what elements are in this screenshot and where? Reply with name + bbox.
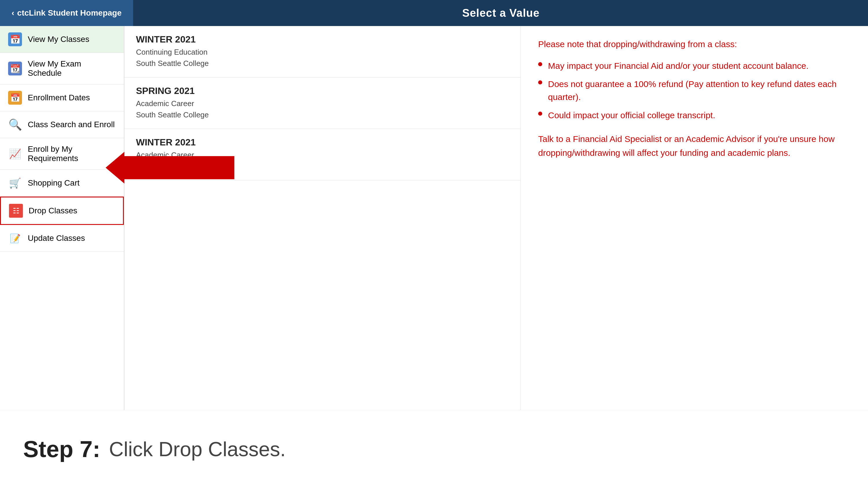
bullet-text-1: May impact your Financial Aid and/or you…: [548, 59, 809, 72]
sidebar-item-enroll-requirements[interactable]: 📈 Enroll by My Requirements: [0, 138, 124, 170]
back-chevron-icon: ‹: [11, 8, 14, 18]
term-title-winter-2021-ac: WINTER 2021: [136, 137, 509, 148]
bullet-list: May impact your Financial Aid and/or you…: [538, 59, 850, 122]
sidebar-item-class-search[interactable]: 🔍 Class Search and Enroll: [0, 111, 124, 138]
calendar-icon: 📅: [8, 32, 22, 46]
step-description: Click Drop Classes.: [109, 438, 286, 461]
term-spring-2021[interactable]: SPRING 2021 Academic Career South Seattl…: [124, 77, 521, 129]
sidebar-label-drop-classes: Drop Classes: [29, 206, 77, 216]
bullet-dot-2: [538, 80, 542, 85]
sidebar-label-enrollment-dates: Enrollment Dates: [28, 93, 90, 102]
bullet-item-2: Does not guarantee a 100% refund (Pay at…: [538, 77, 850, 103]
back-label: ctcLink Student Homepage: [17, 8, 122, 18]
sidebar-label-update-classes: Update Classes: [28, 234, 85, 243]
sidebar: 📅 View My Classes 📆 View My Exam Schedul…: [0, 26, 124, 410]
exam-icon: 📆: [8, 62, 22, 75]
bottom-step-instruction: Step 7: Click Drop Classes.: [0, 410, 868, 488]
cart-icon: 🛒: [8, 176, 22, 190]
bullet-item-1: May impact your Financial Aid and/or you…: [538, 59, 850, 72]
term-sub1-spring-2021: Academic Career: [136, 98, 509, 109]
red-arrow: [124, 156, 235, 179]
info-footer: Talk to a Financial Aid Specialist or an…: [538, 132, 850, 160]
term-sub2-winter-2021-ce: South Seattle College: [136, 58, 509, 69]
bullet-text-2: Does not guarantee a 100% refund (Pay at…: [548, 77, 850, 103]
sidebar-item-enrollment-dates[interactable]: 📅 Enrollment Dates: [0, 85, 124, 111]
sidebar-item-view-my-classes[interactable]: 📅 View My Classes: [0, 26, 124, 53]
page-title: Select a Value: [134, 7, 868, 20]
bullet-item-3: Could impact your official college trans…: [538, 109, 850, 122]
info-note-intro: Please note that dropping/withdrawing fr…: [538, 38, 850, 51]
term-sub2-spring-2021: South Seattle College: [136, 109, 509, 121]
search-icon: 🔍: [8, 118, 22, 132]
sidebar-item-update-classes[interactable]: 📝 Update Classes: [0, 225, 124, 252]
term-title-winter-2021-ce: WINTER 2021: [136, 34, 509, 45]
sidebar-item-view-exam-schedule[interactable]: 📆 View My Exam Schedule: [0, 53, 124, 85]
chart-icon: 📈: [8, 147, 22, 161]
bullet-dot-1: [538, 62, 542, 66]
red-arrow-annotation: [124, 156, 235, 179]
sidebar-item-shopping-cart[interactable]: 🛒 Shopping Cart: [0, 170, 124, 197]
update-classes-icon: 📝: [8, 231, 22, 245]
sidebar-label-class-search: Class Search and Enroll: [28, 120, 115, 129]
drop-classes-icon: ☷: [9, 204, 23, 218]
bullet-dot-3: [538, 111, 542, 116]
step-label: Step 7:: [23, 436, 100, 462]
bullet-text-3: Could impact your official college trans…: [548, 109, 715, 122]
enrollment-dates-icon: 📅: [8, 91, 22, 105]
term-title-spring-2021: SPRING 2021: [136, 86, 509, 96]
sidebar-item-drop-classes[interactable]: ☷ Drop Classes: [0, 197, 124, 225]
top-navigation: ‹ ctcLink Student Homepage Select a Valu…: [0, 0, 868, 26]
sidebar-label-shopping-cart: Shopping Cart: [28, 178, 80, 188]
main-layout: 📅 View My Classes 📆 View My Exam Schedul…: [0, 26, 868, 410]
term-sub1-winter-2021-ce: Continuing Education: [136, 46, 509, 58]
back-button[interactable]: ‹ ctcLink Student Homepage: [0, 0, 134, 26]
right-info-panel: Please note that dropping/withdrawing fr…: [521, 26, 868, 410]
sidebar-label-view-my-classes: View My Classes: [28, 35, 89, 44]
sidebar-label-exam-schedule: View My Exam Schedule: [28, 59, 116, 78]
terms-list: WINTER 2021 Continuing Education South S…: [124, 26, 521, 410]
sidebar-label-enroll-requirements: Enroll by My Requirements: [28, 144, 116, 163]
term-winter-2021-ce[interactable]: WINTER 2021 Continuing Education South S…: [124, 26, 521, 77]
